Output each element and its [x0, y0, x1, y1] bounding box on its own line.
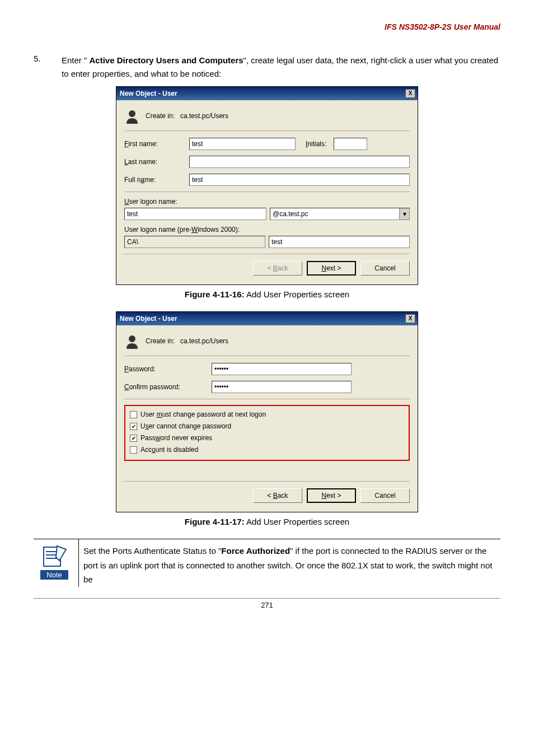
initials-label: Initials: — [306, 140, 330, 148]
caption2-rest: Add User Properties screen — [245, 517, 350, 526]
page-header-title: IFS NS3502-8P-2S User Manual — [34, 22, 500, 31]
user-head-icon — [124, 333, 140, 349]
create-in-label: Create in: — [146, 337, 175, 345]
create-in-row: Create in: ca.test.pc/Users — [124, 333, 410, 356]
pre2000-label: User logon name (pre-Windows 2000): — [124, 226, 410, 234]
account-disabled-checkbox[interactable] — [130, 446, 137, 454]
user-logon-label: User logon name: — [124, 198, 410, 206]
password-input[interactable] — [212, 363, 352, 375]
back-button[interactable]: < Back — [253, 261, 302, 276]
new-user-dialog-2: New Object - User X Create in: ca.test.p… — [116, 311, 418, 512]
create-in-path: ca.test.pc/Users — [180, 337, 228, 345]
step-number: 5. — [34, 54, 50, 81]
dialog-titlebar: New Object - User X — [116, 312, 418, 325]
first-name-label: First name: — [124, 140, 186, 148]
dialog-title: New Object - User — [120, 315, 177, 323]
never-expires-label: Password never expires — [140, 434, 212, 442]
note-block: Note Set the Ports Authenticate Status t… — [34, 539, 500, 587]
step-text-before: Enter " — [62, 55, 90, 65]
domain-selected: @ca.test.pc — [273, 210, 308, 218]
pre2000-user-input[interactable] — [269, 236, 410, 248]
full-name-input[interactable] — [189, 174, 410, 186]
caption2-bold: Figure 4-11-17: — [185, 517, 245, 526]
caption1-bold: Figure 4-11-16: — [185, 290, 245, 299]
account-disabled-label: Account is disabled — [140, 446, 198, 454]
dialog-title: New Object - User — [120, 90, 177, 97]
next-button[interactable]: Next > — [307, 261, 356, 276]
domain-dropdown[interactable]: @ca.test.pc ▾ — [270, 208, 410, 220]
chevron-down-icon: ▾ — [399, 208, 409, 220]
full-name-label: Full name: — [124, 176, 186, 184]
create-in-row: Create in: ca.test.pc/Users — [124, 108, 410, 131]
create-in-path: ca.test.pc/Users — [180, 112, 228, 120]
cannot-change-checkbox[interactable]: ✔ — [130, 423, 137, 430]
cannot-change-label: User cannot change password — [140, 422, 231, 430]
user-logon-input[interactable] — [124, 208, 266, 220]
page-number: 271 — [34, 598, 500, 609]
close-button[interactable]: X — [405, 89, 415, 98]
instruction-step: 5. Enter " Active Directory Users and Co… — [34, 54, 500, 81]
note-label: Note — [40, 570, 68, 580]
confirm-password-input[interactable] — [212, 381, 352, 393]
dialog-titlebar: New Object - User X — [116, 87, 418, 100]
last-name-input[interactable] — [189, 156, 410, 168]
must-change-checkbox[interactable] — [130, 411, 137, 418]
first-name-input[interactable] — [189, 138, 296, 150]
initials-input[interactable] — [334, 138, 367, 150]
cancel-button[interactable]: Cancel — [360, 261, 410, 276]
must-change-label: User must change password at next logon — [140, 410, 266, 418]
svg-point-1 — [129, 335, 135, 342]
confirm-password-label: Confirm password: — [124, 383, 208, 391]
new-user-dialog-1: New Object - User X Create in: ca.test.p… — [116, 86, 418, 285]
close-button[interactable]: X — [405, 314, 415, 323]
note-icon — [40, 544, 68, 568]
note-before: Set the Ports Authenticate Status to " — [83, 546, 221, 556]
next-button[interactable]: Next > — [307, 488, 356, 503]
note-text: Set the Ports Authenticate Status to "Fo… — [78, 539, 500, 587]
pre2000-domain-display: CA\ — [124, 236, 265, 248]
password-label: Password: — [124, 365, 208, 373]
cancel-button[interactable]: Cancel — [360, 488, 410, 503]
last-name-label: Last name: — [124, 158, 186, 166]
svg-point-0 — [129, 110, 135, 117]
user-head-icon — [124, 108, 140, 124]
note-bold: Force Authorized — [221, 546, 290, 556]
back-button[interactable]: < Back — [253, 488, 302, 503]
step-text: Enter " Active Directory Users and Compu… — [62, 54, 500, 81]
step-text-bold: Active Directory Users and Computers — [90, 55, 243, 65]
password-options-highlight: User must change password at next logon … — [124, 405, 410, 461]
caption1-rest: Add User Properties screen — [245, 290, 350, 299]
figure-caption-1: Figure 4-11-16: Add User Properties scre… — [34, 290, 500, 299]
figure-caption-2: Figure 4-11-17: Add User Properties scre… — [34, 517, 500, 526]
never-expires-checkbox[interactable]: ✔ — [130, 435, 137, 442]
create-in-label: Create in: — [146, 112, 175, 120]
